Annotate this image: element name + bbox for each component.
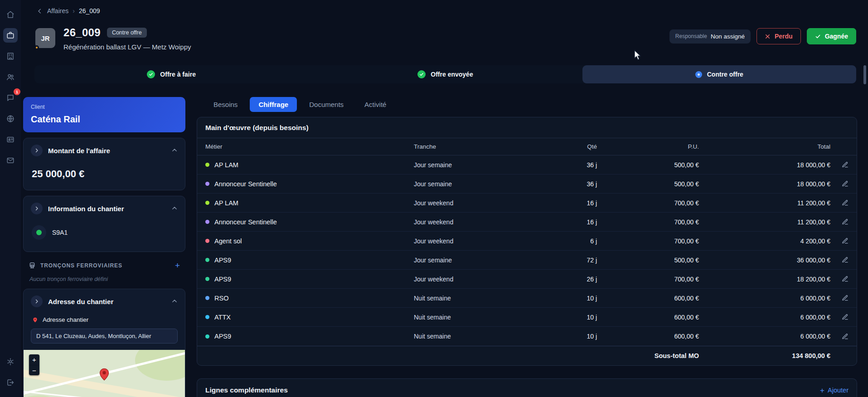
extra-lines-title: Lignes complémentaires — [205, 386, 820, 394]
rail-bottom-group — [3, 354, 18, 390]
scrollbar-thumb[interactable] — [863, 65, 866, 84]
labor-total: 18 000,00 € — [699, 180, 830, 188]
metier-label: AP LAM — [214, 161, 238, 169]
labor-qty: 10 j — [538, 295, 597, 302]
deal-subtitle: Régénération ballast LGV — Metz Woippy — [63, 43, 191, 51]
edit-pencil-icon[interactable] — [830, 199, 849, 206]
header-actions: Responsable Non assigné Perdu Gagnée — [669, 28, 856, 44]
tab-besoins[interactable]: Besoins — [205, 97, 246, 112]
deals-briefcase-icon[interactable] — [3, 28, 18, 43]
chevron-up-icon[interactable] — [171, 298, 178, 305]
edit-pencil-icon[interactable] — [830, 161, 849, 168]
labor-row: RSO Nuit semaine 10 j 600,00 € 6 000,00 … — [197, 289, 857, 308]
companies-building-icon[interactable] — [3, 49, 18, 63]
zoom-in-button[interactable]: + — [29, 354, 39, 365]
metier-color-dot — [205, 315, 209, 319]
labor-tranche: Nuit semaine — [414, 314, 538, 321]
stage-done-check-icon — [147, 70, 155, 78]
edit-pencil-icon[interactable] — [830, 333, 849, 340]
add-line-button[interactable]: + Ajouter — [820, 387, 849, 394]
tab-bar: Besoins Chiffrage Documents Activité — [205, 97, 857, 112]
address-field-label: Adresse chantier — [43, 316, 88, 323]
labor-unit-price: 700,00 € — [597, 218, 699, 226]
labor-row: ATTX Nuit semaine 10 j 600,00 € 6 000,00… — [197, 308, 857, 327]
pipeline-stage-contre-offre[interactable]: Contre offre — [582, 65, 856, 83]
contacts-users-icon[interactable] — [3, 70, 18, 84]
edit-pencil-icon[interactable] — [830, 295, 849, 301]
train-icon — [29, 262, 36, 269]
edit-pencil-icon[interactable] — [830, 237, 849, 244]
metier-color-dot — [205, 334, 209, 339]
labor-qty: 72 j — [538, 257, 597, 264]
tab-activite[interactable]: Activité — [356, 97, 395, 112]
logout-icon[interactable] — [3, 375, 18, 390]
chevron-up-icon[interactable] — [171, 147, 178, 154]
edit-pencil-icon[interactable] — [830, 218, 849, 225]
metier-color-dot — [205, 296, 209, 300]
responsable-chip[interactable]: Responsable Non assigné — [669, 29, 751, 44]
settings-gear-icon[interactable] — [3, 354, 18, 369]
metier-color-dot — [205, 163, 209, 167]
lost-button[interactable]: Perdu — [756, 28, 801, 44]
back-chevron-icon[interactable] — [36, 8, 43, 15]
client-card[interactable]: Client Caténa Rail — [23, 97, 185, 132]
labor-total: 11 200,00 € — [699, 218, 830, 226]
expand-chevron-right-icon[interactable] — [31, 295, 43, 307]
site-map[interactable]: + − — [24, 350, 185, 397]
page-header: JR 26_009 Contre offre Régénération ball… — [35, 26, 856, 51]
main-column: Affaires › 26_009 JR 26_009 Contre offre… — [21, 0, 868, 397]
labor-unit-price: 600,00 € — [597, 314, 699, 321]
metier-label: APS9 — [214, 333, 231, 340]
labor-row: APS9 Jour weekend 26 j 700,00 € 18 200,0… — [197, 270, 857, 289]
col-qty: Qté — [538, 143, 597, 150]
address-input[interactable] — [31, 329, 178, 344]
labor-unit-price: 500,00 € — [597, 180, 699, 188]
geo-globe-icon[interactable] — [3, 111, 18, 126]
breadcrumb-affaires[interactable]: Affaires — [47, 7, 68, 15]
labor-row: Agent sol Jour weekend 6 j 700,00 € 4 20… — [197, 232, 857, 251]
expand-chevron-right-icon[interactable] — [31, 145, 43, 156]
app-window: 1 Affaires › 26_009 — [0, 0, 868, 397]
site-tag-row[interactable]: S9A1 — [32, 225, 178, 240]
labor-row: AP LAM Jour weekend 16 j 700,00 € 11 200… — [197, 194, 857, 213]
map-zoom-control: + − — [29, 354, 39, 375]
deal-side-panel: Client Caténa Rail Montant de l'affaire … — [23, 97, 185, 397]
id-card-icon[interactable] — [3, 132, 18, 147]
labor-total: 11 200,00 € — [699, 199, 830, 207]
edit-pencil-icon[interactable] — [830, 180, 849, 187]
metier-label: Agent sol — [214, 237, 242, 245]
metier-label: ATTX — [214, 314, 231, 321]
labor-qty: 10 j — [538, 314, 597, 321]
labor-unit-price: 700,00 € — [597, 199, 699, 207]
add-troncon-button[interactable]: + — [172, 261, 183, 270]
pipeline-stage-offre-envoyee[interactable]: Offre envoyée — [308, 65, 582, 83]
chevron-up-icon[interactable] — [171, 205, 178, 212]
edit-pencil-icon[interactable] — [830, 276, 849, 282]
mail-icon[interactable] — [3, 153, 18, 168]
tab-chiffrage[interactable]: Chiffrage — [250, 97, 297, 112]
edit-pencil-icon[interactable] — [830, 257, 849, 263]
labor-tranche: Jour weekend — [414, 276, 538, 283]
labor-tranche: Jour semaine — [414, 257, 538, 264]
expand-chevron-right-icon[interactable] — [31, 203, 43, 214]
subtotal-value: 134 800,00 € — [699, 352, 830, 359]
edit-pencil-icon[interactable] — [830, 314, 849, 320]
tab-documents[interactable]: Documents — [301, 97, 352, 112]
pipeline-stage-offre-a-faire[interactable]: Offre à faire — [34, 65, 308, 83]
plus-icon: + — [820, 387, 824, 394]
won-button[interactable]: Gagnée — [807, 28, 856, 44]
labor-total: 6 000,00 € — [699, 295, 830, 302]
messages-chat-icon[interactable]: 1 — [3, 91, 18, 105]
troncons-empty-note: Aucun tronçon ferroviaire défini — [29, 276, 183, 282]
site-tag-dot-icon — [32, 225, 46, 240]
responsable-value: Non assigné — [711, 33, 745, 40]
cross-icon — [765, 34, 771, 39]
labor-table-card: Main d'œuvre (depuis besoins) Métier Tra… — [197, 117, 857, 366]
zoom-out-button[interactable]: − — [29, 365, 39, 375]
home-icon[interactable] — [3, 7, 18, 22]
labor-row: AP LAM Jour semaine 36 j 500,00 € 18 000… — [197, 155, 857, 174]
check-icon — [815, 34, 821, 39]
avatar[interactable]: JR — [35, 28, 55, 48]
labor-qty: 16 j — [538, 218, 597, 226]
subtotal-label: Sous-total MO — [205, 352, 699, 359]
